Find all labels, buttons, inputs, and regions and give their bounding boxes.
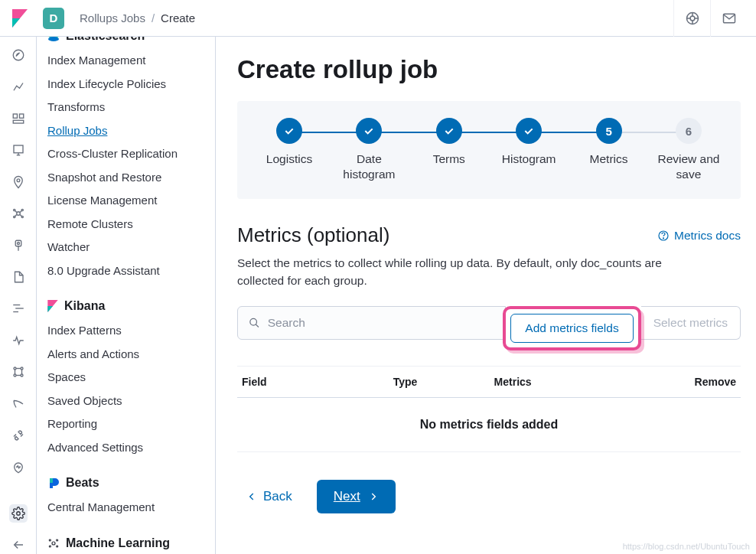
check-icon xyxy=(516,118,542,144)
sidebar-section-beats: Beats xyxy=(47,476,206,490)
rail-management-icon[interactable] xyxy=(9,504,28,523)
sidebar-item-ilm[interactable]: Index Lifecycle Policies xyxy=(47,73,206,96)
svg-point-52 xyxy=(49,546,51,547)
sidebar-item-transforms[interactable]: Transforms xyxy=(47,96,206,119)
rail-dashboard-icon[interactable] xyxy=(9,109,28,127)
svg-point-53 xyxy=(57,546,58,547)
section-title: Metrics (optional) xyxy=(237,223,389,247)
rail-siem-icon[interactable] xyxy=(9,363,28,381)
nav-icon-rail xyxy=(0,37,37,554)
svg-line-26 xyxy=(20,215,21,217)
kibana-logo-icon[interactable] xyxy=(9,8,31,29)
select-metrics-button: Select metrics xyxy=(641,306,741,340)
breadcrumb-parent[interactable]: Rollups Jobs xyxy=(80,11,145,24)
sidebar-item-snapshot[interactable]: Snapshot and Restore xyxy=(47,166,206,190)
kibana-icon xyxy=(47,300,58,312)
rail-canvas-icon[interactable] xyxy=(9,141,28,158)
rail-ml-icon[interactable] xyxy=(9,204,28,222)
add-metrics-fields-button[interactable]: Add metrics fields xyxy=(510,314,633,343)
svg-marker-10 xyxy=(16,53,20,57)
sidebar-section-kibana: Kibana xyxy=(47,299,206,313)
check-icon xyxy=(436,118,462,144)
sidebar-item-advanced[interactable]: Advanced Settings xyxy=(47,436,206,460)
rail-collapse-icon[interactable] xyxy=(9,536,28,554)
svg-point-51 xyxy=(57,539,58,541)
sidebar-item-central[interactable]: Central Management xyxy=(47,496,206,520)
svg-point-55 xyxy=(663,238,663,239)
sidebar-item-watcher[interactable]: Watcher xyxy=(47,236,206,259)
newsfeed-icon[interactable] xyxy=(710,0,747,37)
sidebar-item-remote[interactable]: Remote Clusters xyxy=(47,213,206,236)
step-review[interactable]: 6 Review and save xyxy=(650,118,727,182)
svg-line-24 xyxy=(20,210,21,212)
rail-maps-icon[interactable] xyxy=(9,173,28,191)
sidebar-item-license[interactable]: License Management xyxy=(47,189,206,213)
rail-logs-icon[interactable] xyxy=(9,268,28,285)
rail-discover-icon[interactable] xyxy=(9,46,28,64)
svg-rect-48 xyxy=(50,478,53,483)
rail-dev-icon[interactable] xyxy=(9,427,28,445)
metrics-table: Field Type Metrics Remove No metrics fie… xyxy=(237,366,741,452)
search-icon xyxy=(249,317,260,329)
rail-endpoint-icon[interactable] xyxy=(9,395,28,412)
sidebar: Elasticsearch Index Management Index Lif… xyxy=(37,37,216,554)
svg-rect-11 xyxy=(13,114,17,118)
table-empty-message: No metrics fields added xyxy=(237,398,741,452)
sidebar-item-spaces[interactable]: Spaces xyxy=(47,366,206,389)
rail-visualize-icon[interactable] xyxy=(9,77,28,95)
svg-point-34 xyxy=(21,367,23,370)
page-title: Create rollup job xyxy=(237,55,741,84)
search-input[interactable] xyxy=(268,316,495,330)
rail-apm-icon[interactable] xyxy=(9,300,28,318)
chevron-left-icon xyxy=(246,491,257,502)
step-logistics[interactable]: Logistics xyxy=(251,118,327,167)
search-field-wrap[interactable] xyxy=(237,306,506,340)
col-remove: Remove xyxy=(656,376,736,388)
svg-point-56 xyxy=(250,319,257,326)
step-number: 5 xyxy=(596,118,622,144)
svg-point-45 xyxy=(48,37,59,41)
watermark-text: https://blog.csdn.net/UbuntuTouch xyxy=(623,542,750,551)
sidebar-item-reporting[interactable]: Reporting xyxy=(47,412,206,436)
sidebar-item-ccr[interactable]: Cross-Cluster Replication xyxy=(47,142,206,166)
step-date-histogram[interactable]: Date histogram xyxy=(331,118,407,182)
metrics-docs-link[interactable]: Metrics docs xyxy=(657,229,741,243)
wizard-nav: Back Next xyxy=(237,480,741,513)
step-metrics[interactable]: 5 Metrics xyxy=(571,118,647,167)
add-fields-highlight: Add metrics fields xyxy=(503,306,640,350)
col-type[interactable]: Type xyxy=(393,376,494,388)
svg-line-23 xyxy=(15,210,16,212)
sidebar-item-rollup[interactable]: Rollup Jobs xyxy=(47,119,206,143)
rail-infra-icon[interactable] xyxy=(9,236,28,254)
breadcrumb-separator: / xyxy=(152,11,155,24)
sidebar-item-index-mgmt[interactable]: Index Management xyxy=(47,49,206,73)
section-description: Select the metrics to collect while roll… xyxy=(237,255,666,289)
svg-point-36 xyxy=(21,374,23,376)
rail-uptime-icon[interactable] xyxy=(9,331,28,349)
svg-point-33 xyxy=(14,367,16,370)
col-field[interactable]: Field xyxy=(242,376,393,388)
help-icon[interactable] xyxy=(673,0,710,37)
elasticsearch-icon xyxy=(47,37,60,43)
svg-point-28 xyxy=(17,242,19,244)
chevron-right-icon xyxy=(368,491,379,502)
svg-rect-27 xyxy=(15,240,21,246)
sidebar-item-upgrade[interactable]: 8.0 Upgrade Assistant xyxy=(47,259,206,283)
svg-point-49 xyxy=(52,542,55,545)
col-metrics[interactable]: Metrics xyxy=(494,376,656,388)
wizard-stepper: Logistics Date histogram Terms Histogram… xyxy=(237,101,741,199)
step-number: 6 xyxy=(676,118,702,144)
rail-monitor-icon[interactable] xyxy=(9,458,28,476)
sidebar-item-patterns[interactable]: Index Patterns xyxy=(47,319,206,343)
next-button[interactable]: Next xyxy=(317,480,396,513)
sidebar-item-alerts[interactable]: Alerts and Actions xyxy=(47,343,206,367)
main-content: Create rollup job Logistics Date histogr… xyxy=(216,37,756,554)
step-histogram[interactable]: Histogram xyxy=(490,118,567,167)
svg-point-18 xyxy=(16,212,20,216)
step-terms[interactable]: Terms xyxy=(411,118,487,167)
svg-point-3 xyxy=(690,16,695,21)
svg-point-50 xyxy=(49,539,51,541)
sidebar-item-saved[interactable]: Saved Objects xyxy=(47,389,206,413)
back-button[interactable]: Back xyxy=(237,481,301,512)
space-selector[interactable]: D xyxy=(43,8,64,29)
